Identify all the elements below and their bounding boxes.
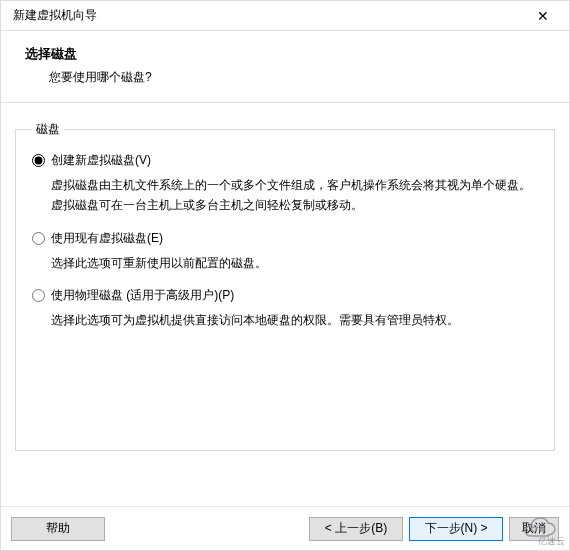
next-button[interactable]: 下一步(N) > [409,517,503,541]
option-create-new-disk-row[interactable]: 创建新虚拟磁盘(V) [32,152,538,169]
wizard-content: 磁盘 创建新虚拟磁盘(V) 虚拟磁盘由主机文件系统上的一个或多个文件组成，客户机… [1,103,569,461]
option-use-physical-disk-row[interactable]: 使用物理磁盘 (适用于高级用户)(P) [32,287,538,304]
disk-group-legend: 磁盘 [32,121,64,138]
option-create-new-disk: 创建新虚拟磁盘(V) 虚拟磁盘由主机文件系统上的一个或多个文件组成，客户机操作系… [32,152,538,216]
window-title: 新建虚拟机向导 [13,7,97,24]
disk-group: 磁盘 创建新虚拟磁盘(V) 虚拟磁盘由主机文件系统上的一个或多个文件组成，客户机… [15,121,555,451]
option-label: 创建新虚拟磁盘(V) [51,152,151,169]
back-button[interactable]: < 上一步(B) [309,517,403,541]
page-heading: 选择磁盘 [25,45,545,63]
title-bar: 新建虚拟机向导 ✕ [1,1,569,31]
page-subheading: 您要使用哪个磁盘? [25,69,545,86]
option-use-existing-disk-row[interactable]: 使用现有虚拟磁盘(E) [32,230,538,247]
radio-use-physical-disk[interactable] [32,289,45,302]
wizard-footer: 帮助 < 上一步(B) 下一步(N) > 取消 [1,506,569,550]
cancel-button[interactable]: 取消 [509,517,559,541]
option-desc: 选择此选项可重新使用以前配置的磁盘。 [51,253,538,273]
option-label: 使用物理磁盘 (适用于高级用户)(P) [51,287,234,304]
radio-use-existing-disk[interactable] [32,232,45,245]
wizard-header: 选择磁盘 您要使用哪个磁盘? [1,31,569,103]
option-label: 使用现有虚拟磁盘(E) [51,230,163,247]
radio-create-new-disk[interactable] [32,154,45,167]
option-use-existing-disk: 使用现有虚拟磁盘(E) 选择此选项可重新使用以前配置的磁盘。 [32,230,538,273]
option-desc: 选择此选项可为虚拟机提供直接访问本地硬盘的权限。需要具有管理员特权。 [51,310,538,330]
option-desc: 虚拟磁盘由主机文件系统上的一个或多个文件组成，客户机操作系统会将其视为单个硬盘。… [51,175,538,216]
close-button[interactable]: ✕ [525,2,561,30]
help-button[interactable]: 帮助 [11,517,105,541]
close-icon: ✕ [537,8,549,24]
option-use-physical-disk: 使用物理磁盘 (适用于高级用户)(P) 选择此选项可为虚拟机提供直接访问本地硬盘… [32,287,538,330]
